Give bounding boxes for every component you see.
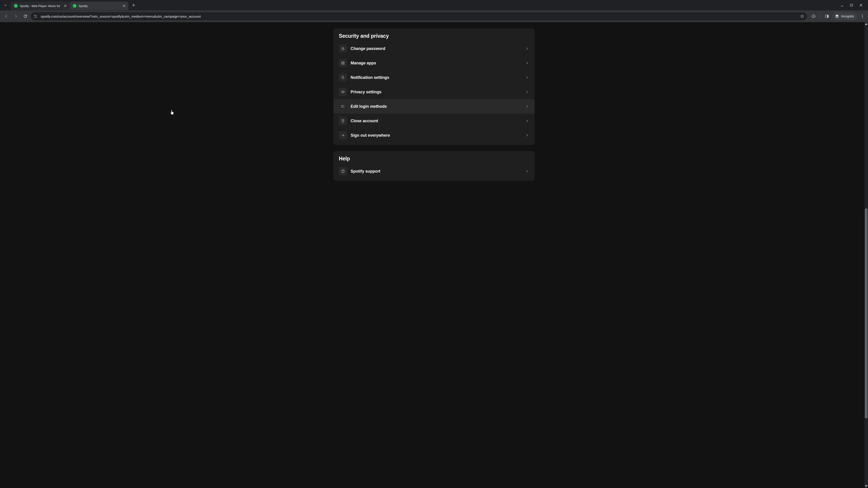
kebab-icon [862, 14, 863, 18]
arrow-right-icon [339, 131, 347, 139]
svg-point-16 [342, 105, 342, 106]
chevron-right-icon [525, 75, 529, 79]
chevron-right-icon [525, 119, 529, 123]
tab-title: Spotify [79, 4, 120, 8]
setting-row-close-account[interactable]: Close account [333, 113, 535, 128]
grid-icon [339, 59, 347, 67]
plus-icon [132, 4, 135, 7]
svg-rect-11 [342, 62, 343, 63]
tune-icon [33, 14, 37, 18]
browser-tab-active[interactable]: Spotify [70, 2, 128, 10]
arrow-left-icon [4, 14, 8, 18]
minimize-icon [840, 4, 844, 7]
chevron-right-icon [525, 169, 529, 173]
svg-point-1 [35, 15, 35, 16]
tab-strip: Spotify - Web Player: Music for Spotify [0, 0, 868, 10]
puzzle-icon [811, 14, 815, 18]
window-close-button[interactable] [859, 3, 863, 7]
scrollbar-down-button[interactable] [864, 484, 868, 488]
setting-row-change-password[interactable]: Change password [333, 41, 535, 56]
tab-title: Spotify - Web Player: Music for [20, 4, 61, 8]
setting-row-edit-login-methods[interactable]: Edit login methods [333, 99, 535, 113]
browser-toolbar: spotify.com/us/account/overview/?utm_sou… [0, 10, 868, 22]
triangle-up-icon [864, 22, 868, 26]
svg-point-15 [342, 92, 343, 92]
nav-back-button[interactable] [2, 12, 10, 20]
svg-point-5 [836, 17, 837, 18]
setting-row-privacy-settings[interactable]: Privacy settings [333, 85, 535, 99]
svg-rect-4 [827, 15, 829, 18]
svg-point-6 [837, 17, 838, 18]
extensions-button[interactable] [810, 12, 817, 20]
close-icon [64, 4, 67, 7]
side-panel-icon [825, 14, 829, 18]
setting-row-label: Spotify support [350, 169, 522, 174]
setting-row-sign-out-everywhere[interactable]: Sign out everywhere [333, 128, 535, 142]
browser-chrome: Spotify - Web Player: Music for Spotify [0, 0, 868, 22]
star-icon [800, 14, 804, 18]
settings-card-security: Security and privacy Change passwordMana… [333, 29, 535, 145]
incognito-indicator[interactable]: Incognito [833, 12, 857, 20]
svg-point-2 [36, 17, 36, 18]
svg-point-9 [862, 17, 863, 18]
scrollbar-thumb[interactable] [865, 208, 868, 418]
help-icon [339, 167, 347, 175]
card-title-help: Help [333, 156, 535, 164]
browser-tab[interactable]: Spotify - Web Player: Music for [11, 2, 70, 10]
chevron-right-icon [525, 104, 529, 108]
window-maximize-button[interactable] [849, 3, 854, 7]
list-toggle-icon [339, 102, 347, 110]
window-minimize-button[interactable] [840, 3, 844, 7]
address-bar[interactable]: spotify.com/us/account/overview/?utm_sou… [31, 12, 807, 20]
setting-row-label: Close account [350, 119, 522, 123]
url-text: spotify.com/us/account/overview/?utm_sou… [41, 14, 797, 18]
tab-close-button[interactable] [122, 4, 126, 8]
tab-strip-left: Spotify - Web Player: Music for Spotify [0, 0, 837, 10]
svg-point-8 [862, 16, 863, 17]
svg-rect-0 [850, 4, 852, 6]
spotify-favicon-icon [14, 4, 18, 8]
chevron-right-icon [525, 133, 529, 137]
page-scroll[interactable]: Security and privacy Change passwordMana… [0, 22, 868, 488]
side-panel-button[interactable] [823, 12, 831, 20]
bookmark-button[interactable] [800, 14, 805, 19]
setting-row-label: Privacy settings [350, 90, 522, 94]
new-tab-button[interactable] [130, 2, 137, 8]
svg-rect-13 [342, 64, 343, 65]
svg-rect-12 [343, 62, 344, 63]
chevron-right-icon [525, 61, 529, 65]
vertical-scrollbar[interactable] [864, 22, 868, 488]
browser-menu-button[interactable] [859, 12, 866, 20]
setting-row-label: Edit login methods [350, 104, 522, 109]
triangle-down-icon [864, 484, 868, 488]
nav-reload-button[interactable] [21, 12, 29, 20]
setting-row-label: Notification settings [350, 75, 522, 80]
chevron-right-icon [525, 46, 529, 51]
incognito-icon [835, 14, 839, 19]
setting-row-label: Manage apps [350, 61, 522, 66]
scrollbar-up-button[interactable] [864, 22, 868, 26]
incognito-label: Incognito [841, 14, 854, 18]
close-icon [860, 4, 863, 7]
card-title-security: Security and privacy [333, 33, 535, 41]
nav-forward-button[interactable] [12, 12, 20, 20]
tab-close-button[interactable] [63, 4, 67, 8]
toolbar-right: Incognito [808, 12, 866, 20]
settings-card-help: Help Spotify support [333, 151, 535, 181]
spotify-favicon-icon [73, 4, 76, 8]
svg-rect-14 [343, 64, 344, 65]
svg-point-7 [862, 14, 863, 15]
chevron-right-icon [525, 90, 529, 94]
content-column: Security and privacy Change passwordMana… [333, 22, 535, 488]
setting-row-label: Change password [350, 46, 522, 51]
window-controls [837, 3, 866, 7]
setting-row-notification-settings[interactable]: Notification settings [333, 70, 535, 85]
setting-row-spotify-support[interactable]: Spotify support [333, 164, 535, 178]
tab-search-button[interactable] [1, 1, 9, 9]
svg-rect-10 [342, 48, 344, 50]
site-info-button[interactable] [33, 14, 38, 19]
maximize-icon [850, 4, 853, 7]
svg-point-19 [343, 172, 343, 172]
setting-row-manage-apps[interactable]: Manage apps [333, 56, 535, 70]
setting-row-label: Sign out everywhere [350, 133, 522, 138]
